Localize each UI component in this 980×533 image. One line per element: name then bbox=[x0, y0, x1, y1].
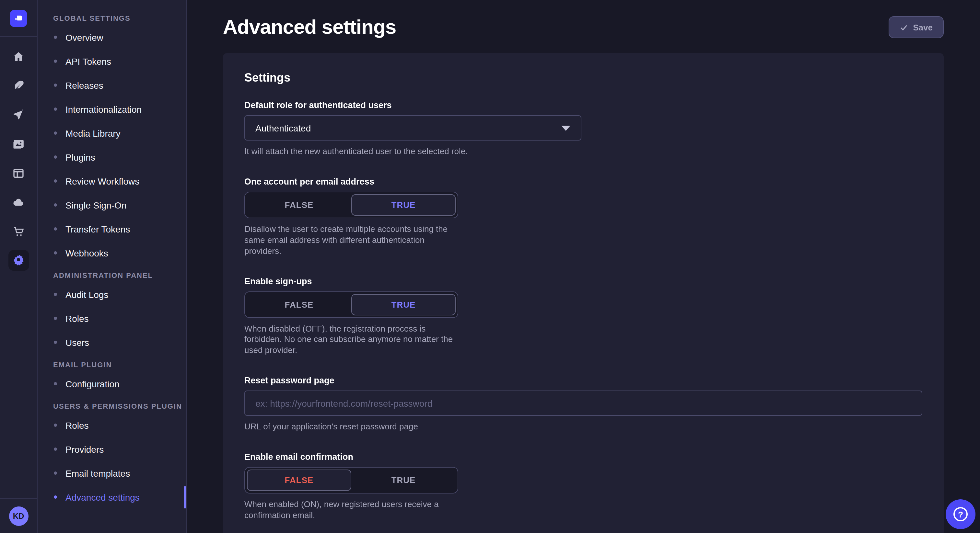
field-email-confirmation: Enable email confirmation FALSE TRUE Whe… bbox=[244, 452, 458, 521]
strapi-logo[interactable] bbox=[10, 10, 27, 27]
sign-ups-true-option[interactable]: TRUE bbox=[351, 294, 456, 315]
one-account-true-option[interactable]: TRUE bbox=[351, 194, 456, 216]
sidebar-item-admin-users[interactable]: Users bbox=[38, 330, 186, 354]
default-role-value: Authenticated bbox=[255, 123, 311, 133]
check-icon bbox=[899, 23, 908, 32]
sidebar-item-media-library[interactable]: Media Library bbox=[38, 121, 186, 145]
section-label-users-permissions-plugin: USERS & PERMISSIONS PLUGIN bbox=[53, 402, 186, 410]
sign-ups-false-option[interactable]: FALSE bbox=[247, 294, 351, 315]
bullet-icon bbox=[54, 447, 57, 451]
sidebar-item-overview[interactable]: Overview bbox=[38, 25, 186, 49]
reset-password-label: Reset password page bbox=[244, 376, 922, 385]
sidebar-item-webhooks[interactable]: Webhooks bbox=[38, 241, 186, 265]
settings-sidebar: GLOBAL SETTINGS Overview API Tokens Rele… bbox=[38, 0, 187, 533]
page-title: Advanced settings bbox=[223, 16, 396, 39]
section-label-administration-panel: ADMINISTRATION PANEL bbox=[53, 271, 186, 279]
sidebar-item-plugins[interactable]: Plugins bbox=[38, 145, 186, 169]
rail-bottom: KD bbox=[0, 498, 37, 533]
bullet-icon bbox=[54, 60, 57, 63]
media-library-icon[interactable] bbox=[8, 133, 29, 154]
logo-area bbox=[0, 0, 37, 37]
field-reset-password: Reset password page URL of your applicat… bbox=[244, 376, 922, 433]
bullet-icon bbox=[54, 317, 57, 320]
bullet-icon bbox=[54, 155, 57, 159]
email-confirmation-hint: When enabled (ON), new registered users … bbox=[244, 499, 458, 521]
question-mark-icon: ? bbox=[953, 507, 968, 521]
one-account-toggle: FALSE TRUE bbox=[244, 192, 458, 218]
sign-ups-hint: When disabled (OFF), the registration pr… bbox=[244, 324, 458, 356]
content-builder-feather-icon[interactable] bbox=[8, 75, 29, 96]
page-header: Advanced settings Save bbox=[223, 0, 944, 39]
bullet-icon bbox=[54, 179, 57, 182]
bullet-icon bbox=[54, 108, 57, 111]
bullet-icon bbox=[54, 203, 57, 206]
bullet-icon bbox=[54, 227, 57, 230]
user-avatar[interactable]: KD bbox=[9, 506, 28, 526]
sidebar-item-advanced-settings[interactable]: Advanced settings bbox=[38, 485, 186, 509]
email-confirmation-label: Enable email confirmation bbox=[244, 452, 458, 462]
sidebar-item-providers[interactable]: Providers bbox=[38, 437, 186, 461]
section-label-email-plugin: EMAIL PLUGIN bbox=[53, 361, 186, 368]
bullet-icon bbox=[54, 495, 57, 499]
strapi-logo-icon bbox=[14, 13, 23, 23]
sidebar-item-admin-roles[interactable]: Roles bbox=[38, 306, 186, 330]
save-button-label: Save bbox=[913, 22, 933, 32]
email-confirmation-false-option[interactable]: FALSE bbox=[247, 470, 351, 491]
cart-icon[interactable] bbox=[8, 221, 29, 241]
bullet-icon bbox=[54, 382, 57, 385]
one-account-hint: Disallow the user to create multiple acc… bbox=[244, 224, 458, 257]
email-confirmation-true-option[interactable]: TRUE bbox=[351, 470, 456, 491]
main-content: Advanced settings Save Settings Default … bbox=[187, 0, 980, 533]
section-label-global-settings: GLOBAL SETTINGS bbox=[53, 14, 186, 22]
bullet-icon bbox=[54, 84, 57, 87]
default-role-hint: It will attach the new authenticated use… bbox=[244, 146, 922, 157]
sidebar-item-transfer-tokens[interactable]: Transfer Tokens bbox=[38, 217, 186, 241]
bullet-icon bbox=[54, 132, 57, 135]
reset-password-hint: URL of your application's reset password… bbox=[244, 422, 922, 433]
one-account-false-option[interactable]: FALSE bbox=[247, 194, 351, 216]
cloud-icon[interactable] bbox=[8, 192, 29, 213]
rail-nav bbox=[8, 37, 29, 498]
card-title: Settings bbox=[244, 71, 922, 85]
settings-gear-icon[interactable] bbox=[8, 250, 29, 271]
reset-password-input[interactable] bbox=[244, 390, 922, 416]
icon-rail: KD bbox=[0, 0, 38, 533]
bullet-icon bbox=[54, 424, 57, 427]
sidebar-item-audit-logs[interactable]: Audit Logs bbox=[38, 282, 186, 306]
sidebar-item-up-roles[interactable]: Roles bbox=[38, 413, 186, 437]
sidebar-item-internationalization[interactable]: Internationalization bbox=[38, 97, 186, 121]
home-icon[interactable] bbox=[8, 46, 29, 67]
sidebar-item-single-sign-on[interactable]: Single Sign-On bbox=[38, 193, 186, 217]
bullet-icon bbox=[54, 251, 57, 254]
field-sign-ups: Enable sign-ups FALSE TRUE When disabled… bbox=[244, 276, 458, 356]
sign-ups-label: Enable sign-ups bbox=[244, 276, 458, 286]
chevron-down-icon bbox=[561, 125, 570, 130]
help-button[interactable]: ? bbox=[946, 499, 975, 529]
sidebar-item-review-workflows[interactable]: Review Workflows bbox=[38, 169, 186, 193]
sidebar-item-releases[interactable]: Releases bbox=[38, 73, 186, 97]
sidebar-item-api-tokens[interactable]: API Tokens bbox=[38, 49, 186, 73]
one-account-label: One account per email address bbox=[244, 177, 458, 187]
field-one-account: One account per email address FALSE TRUE… bbox=[244, 177, 458, 257]
app-window: KD GLOBAL SETTINGS Overview API Tokens R… bbox=[0, 0, 980, 533]
deploy-send-icon[interactable] bbox=[8, 104, 29, 125]
bullet-icon bbox=[54, 36, 57, 39]
bullet-icon bbox=[54, 471, 57, 475]
field-default-role: Default role for authenticated users Aut… bbox=[244, 100, 922, 157]
settings-card: Settings Default role for authenticated … bbox=[223, 53, 944, 533]
save-button[interactable]: Save bbox=[888, 16, 944, 38]
sign-ups-toggle: FALSE TRUE bbox=[244, 291, 458, 318]
bullet-icon bbox=[54, 341, 57, 344]
sidebar-item-email-configuration[interactable]: Configuration bbox=[38, 372, 186, 396]
bullet-icon bbox=[54, 293, 57, 296]
default-role-label: Default role for authenticated users bbox=[244, 100, 922, 110]
sidebar-item-email-templates[interactable]: Email templates bbox=[38, 461, 186, 485]
default-role-select[interactable]: Authenticated bbox=[244, 115, 581, 141]
email-confirmation-toggle: FALSE TRUE bbox=[244, 467, 458, 493]
layout-panel-icon[interactable] bbox=[8, 163, 29, 183]
